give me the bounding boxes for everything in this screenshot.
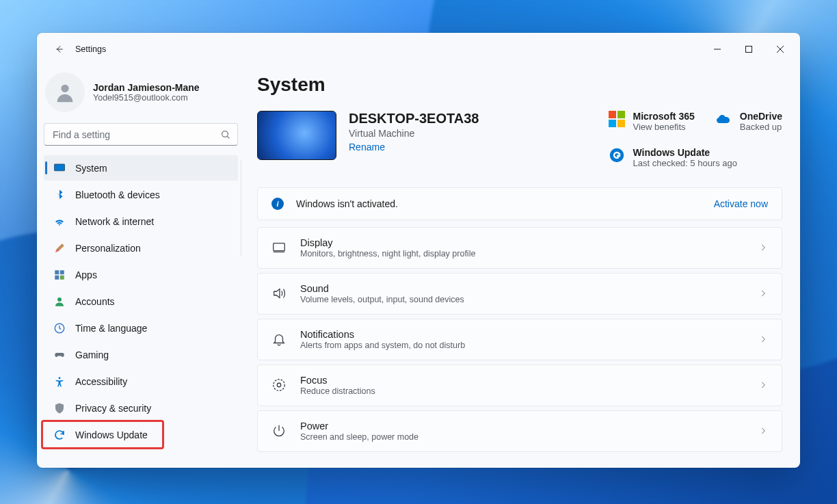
search-input[interactable] — [44, 123, 238, 146]
nav-privacy[interactable]: Privacy & security — [44, 395, 238, 421]
card-sub: Monitors, brightness, night light, displ… — [300, 249, 746, 258]
settings-window: Settings Jordan Jamieson-Mane Yodel9515@… — [37, 33, 800, 468]
svg-rect-8 — [60, 275, 64, 279]
chevron-right-icon — [758, 243, 768, 252]
onedrive-icon — [715, 111, 732, 127]
shortcut-microsoft365[interactable]: Microsoft 365 View benefits — [609, 111, 695, 133]
nav-system[interactable]: System — [44, 155, 238, 181]
chevron-right-icon — [758, 334, 768, 344]
nav-accounts[interactable]: Accounts — [44, 289, 238, 314]
bluetooth-icon — [53, 189, 66, 201]
minimize-button[interactable] — [702, 38, 733, 60]
power-icon — [270, 422, 288, 440]
card-sound[interactable]: SoundVolume levels, output, input, sound… — [257, 273, 782, 315]
card-title: Notifications — [300, 329, 746, 340]
svg-point-11 — [59, 377, 61, 379]
system-icon — [53, 162, 66, 174]
person-icon — [53, 295, 66, 308]
shortcut-sub: View benefits — [633, 122, 695, 133]
card-title: Display — [300, 237, 746, 248]
nav-network[interactable]: Network & internet — [44, 209, 238, 234]
card-sub: Volume levels, output, input, sound devi… — [300, 295, 746, 304]
chevron-right-icon — [758, 426, 768, 436]
activation-banner: i Windows isn't activated. Activate now — [257, 187, 782, 220]
card-title: Power — [300, 421, 746, 432]
nav-apps[interactable]: Apps — [44, 262, 238, 287]
card-focus[interactable]: FocusReduce distractions — [257, 364, 782, 406]
close-icon — [777, 46, 784, 53]
nav-label: Windows Update — [75, 429, 148, 440]
svg-point-1 — [61, 85, 68, 92]
activate-now-link[interactable]: Activate now — [714, 198, 768, 209]
nav-windows-update[interactable]: Windows Update — [44, 422, 238, 447]
svg-rect-7 — [55, 275, 59, 279]
focus-icon — [270, 376, 288, 394]
gamepad-icon — [53, 349, 66, 361]
svg-point-15 — [277, 384, 281, 388]
sidebar: Jordan Jamieson-Mane Yodel9515@outlook.c… — [37, 66, 245, 468]
pc-info-block[interactable]: DESKTOP-3EOTA38 Virtual Machine Rename — [257, 111, 479, 160]
card-display[interactable]: DisplayMonitors, brightness, night light… — [257, 227, 782, 269]
shortcut-sub: Last checked: 5 hours ago — [633, 158, 738, 170]
shortcut-onedrive[interactable]: OneDrive Backed up — [715, 111, 782, 133]
svg-rect-3 — [55, 164, 65, 171]
display-icon — [270, 239, 288, 256]
card-power[interactable]: PowerScreen and sleep, power mode — [257, 410, 782, 452]
card-notifications[interactable]: NotificationsAlerts from apps and system… — [257, 319, 782, 360]
nav-accessibility[interactable]: Accessibility — [44, 369, 238, 394]
nav-label: System — [75, 163, 107, 174]
card-sub: Reduce distractions — [300, 386, 746, 396]
banner-text: Windows isn't activated. — [296, 198, 398, 209]
maximize-button[interactable] — [733, 38, 765, 60]
clock-icon — [53, 322, 66, 334]
pc-name: DESKTOP-3EOTA38 — [349, 111, 479, 127]
avatar-icon — [53, 81, 77, 104]
minimize-icon — [714, 46, 721, 53]
close-button[interactable] — [765, 38, 796, 60]
microsoft-logo-icon — [609, 111, 625, 127]
nav-bluetooth[interactable]: Bluetooth & devices — [44, 182, 238, 207]
shortcut-title: OneDrive — [740, 111, 782, 122]
svg-point-2 — [222, 131, 228, 137]
search-wrap — [44, 123, 238, 146]
svg-rect-6 — [60, 270, 64, 274]
svg-rect-0 — [746, 47, 752, 53]
back-button[interactable] — [48, 38, 71, 61]
shortcut-windows-update[interactable]: Windows Update Last checked: 5 hours ago — [609, 147, 783, 170]
nav-personalization[interactable]: Personalization — [44, 235, 238, 261]
titlebar: Settings — [37, 33, 800, 66]
pc-type: Virtual Machine — [349, 128, 479, 139]
update-icon — [53, 429, 66, 441]
chevron-right-icon — [758, 289, 768, 298]
nav-label: Time & language — [75, 323, 147, 334]
chevron-right-icon — [758, 380, 768, 390]
nav-label: Bluetooth & devices — [75, 189, 160, 200]
wifi-icon — [53, 215, 66, 228]
nav-label: Apps — [75, 269, 97, 280]
nav-label: Accessibility — [75, 376, 127, 387]
nav-label: Gaming — [75, 349, 109, 360]
window-title: Settings — [75, 44, 106, 54]
shortcut-title: Windows Update — [633, 147, 738, 158]
nav-label: Network & internet — [75, 216, 154, 227]
rename-link[interactable]: Rename — [349, 142, 385, 152]
bell-icon — [270, 330, 288, 348]
nav-time-language[interactable]: Time & language — [44, 315, 238, 341]
user-name: Jordan Jamieson-Mane — [93, 82, 200, 93]
info-icon: i — [271, 198, 284, 210]
page-title: System — [257, 74, 782, 96]
user-account-block[interactable]: Jordan Jamieson-Mane Yodel9515@outlook.c… — [44, 66, 238, 122]
maximize-icon — [745, 46, 752, 53]
sound-icon — [270, 284, 288, 302]
shortcut-title: Microsoft 365 — [633, 111, 695, 122]
main-content: System DESKTOP-3EOTA38 Virtual Machine R… — [245, 66, 800, 468]
card-sub: Alerts from apps and system, do not dist… — [300, 341, 746, 350]
nav: System Bluetooth & devices Network & int… — [44, 155, 238, 447]
apps-icon — [53, 269, 66, 281]
update-icon — [609, 147, 625, 163]
nav-gaming[interactable]: Gaming — [44, 342, 238, 367]
svg-point-9 — [57, 297, 62, 302]
nav-label: Privacy & security — [75, 403, 151, 414]
user-email: Yodel9515@outlook.com — [93, 93, 200, 103]
card-title: Sound — [300, 283, 746, 294]
